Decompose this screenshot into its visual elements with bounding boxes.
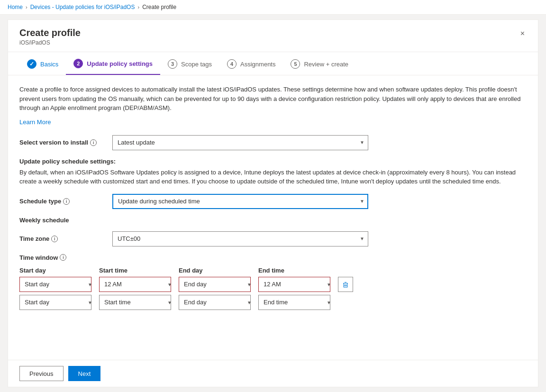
- panel-subtitle: iOS/iPadOS: [19, 39, 81, 46]
- time-window-label: Time window i: [19, 254, 527, 261]
- breadcrumb-devices[interactable]: Devices - Update policies for iOS/iPadOS: [30, 4, 135, 10]
- schedule-heading: Update policy schedule settings:: [19, 158, 527, 165]
- close-button[interactable]: ×: [519, 27, 527, 40]
- step-basics-number: ✓: [27, 59, 36, 69]
- learn-more-link[interactable]: Learn More: [19, 119, 51, 126]
- step-update-policy-number: 2: [73, 59, 83, 68]
- time-grid: Start day Start time End day End time St…: [19, 267, 527, 310]
- step-scope-tags-label: Scope tags: [181, 61, 212, 68]
- row1-start-day-select[interactable]: Start day SundayMondayTuesday WednesdayT…: [19, 277, 91, 292]
- panel-footer: Previous Next: [8, 360, 538, 387]
- row2-start-time-wrapper: Start time 12 AM1 AM2 AM ▼: [99, 295, 175, 310]
- svg-rect-1: [345, 282, 346, 283]
- wizard-steps: ✓ Basics 2 Update policy settings 3 Scop…: [8, 52, 538, 75]
- schedule-type-select[interactable]: Update at next check-in Update during sc…: [112, 194, 368, 209]
- schedule-type-select-wrapper: Update at next check-in Update during sc…: [112, 194, 368, 209]
- row1-start-time-wrapper: 12 AM 1 AM2 AM3 AM4 AM 5 AM6 AM7 AM8 AM …: [99, 277, 175, 292]
- col-header-start-time: Start time: [99, 267, 175, 274]
- delete-icon: [342, 281, 349, 288]
- version-form-row: Select version to install i Latest updat…: [19, 135, 527, 150]
- row2-end-day-select[interactable]: End day SundayMondayTuesday WednesdayThu…: [179, 295, 251, 310]
- col-header-action: [338, 267, 355, 274]
- timezone-label: Time zone i: [19, 235, 105, 242]
- timezone-form-row: Time zone i UTC±00 UTC-05:00 UTC-08:00 U…: [19, 231, 527, 246]
- col-header-end-day: End day: [179, 267, 255, 274]
- row2-end-time-wrapper: End time 12 AM1 AM2 AM ▼: [258, 295, 334, 310]
- timezone-select-wrapper: UTC±00 UTC-05:00 UTC-08:00 UTC+01:00 UTC…: [112, 231, 368, 246]
- svg-rect-0: [343, 283, 348, 283]
- breadcrumb-sep-2: ›: [137, 4, 139, 10]
- timezone-select[interactable]: UTC±00 UTC-05:00 UTC-08:00 UTC+01:00 UTC…: [112, 231, 368, 246]
- table-row: Start day SundayMondayTuesday WednesdayT…: [19, 277, 527, 292]
- step-review-create[interactable]: 5 Review + create: [283, 53, 356, 74]
- schedule-type-form-row: Schedule type i Update at next check-in …: [19, 194, 527, 209]
- panel-header: Create profile iOS/iPadOS ×: [8, 20, 538, 52]
- version-label: Select version to install i: [19, 139, 105, 146]
- schedule-type-info-icon[interactable]: i: [63, 198, 70, 205]
- schedule-desc: By default, when an iOS/iPadOS Software …: [19, 168, 527, 186]
- version-select-wrapper: Latest update iOS 17 iOS 16 iOS 15 ▼: [112, 135, 368, 150]
- step-assignments[interactable]: 4 Assignments: [219, 53, 283, 74]
- weekly-schedule-label: Weekly schedule: [19, 217, 527, 224]
- timezone-info-icon[interactable]: i: [51, 236, 58, 242]
- step-review-create-label: Review + create: [304, 61, 348, 68]
- row1-end-day-select[interactable]: End day SundayMondayTuesday WednesdayThu…: [179, 277, 251, 292]
- step-assignments-number: 4: [227, 59, 237, 69]
- row1-start-day-wrapper: Start day SundayMondayTuesday WednesdayT…: [19, 277, 95, 292]
- time-grid-header: Start day Start time End day End time: [19, 267, 527, 274]
- row2-start-day-select[interactable]: Start day SundayMondayTuesday WednesdayT…: [19, 295, 91, 310]
- panel-title-group: Create profile iOS/iPadOS: [19, 27, 81, 46]
- breadcrumb-sep-1: ›: [26, 4, 27, 10]
- row2-end-time-select[interactable]: End time 12 AM1 AM2 AM: [258, 295, 330, 310]
- row2-start-day-wrapper: Start day SundayMondayTuesday WednesdayT…: [19, 295, 95, 310]
- row1-end-day-wrapper: End day SundayMondayTuesday WednesdayThu…: [179, 277, 255, 292]
- col-header-end-time: End time: [258, 267, 334, 274]
- step-review-create-number: 5: [291, 59, 300, 69]
- col-header-start-day: Start day: [19, 267, 95, 274]
- next-button[interactable]: Next: [68, 366, 101, 381]
- schedule-type-label: Schedule type i: [19, 198, 105, 205]
- schedule-section: Weekly schedule Time zone i UTC±00 UTC-0…: [19, 217, 527, 310]
- step-update-policy[interactable]: 2 Update policy settings: [66, 52, 160, 75]
- previous-button[interactable]: Previous: [19, 366, 64, 381]
- step-update-policy-label: Update policy settings: [87, 60, 153, 67]
- row2-start-time-select[interactable]: Start time 12 AM1 AM2 AM: [99, 295, 171, 310]
- row2-end-day-wrapper: End day SundayMondayTuesday WednesdayThu…: [179, 295, 255, 310]
- row1-delete-button[interactable]: [338, 277, 353, 292]
- row1-end-time-select[interactable]: 12 AM 1 AM2 AM3 AM4 AM 5 AM6 AM7 AM8 AM …: [258, 277, 330, 292]
- panel-title: Create profile: [19, 27, 81, 38]
- main-panel: Create profile iOS/iPadOS × ✓ Basics 2 U…: [8, 19, 538, 387]
- row1-end-time-wrapper: 12 AM 1 AM2 AM3 AM4 AM 5 AM6 AM7 AM8 AM …: [258, 277, 334, 292]
- panel-content: Create a profile to force assigned devic…: [8, 75, 538, 360]
- step-scope-tags-number: 3: [168, 59, 177, 69]
- breadcrumb-current: Create profile: [142, 4, 176, 10]
- breadcrumb-home[interactable]: Home: [8, 4, 23, 10]
- version-info-icon[interactable]: i: [90, 139, 97, 146]
- time-window-info-icon[interactable]: i: [60, 254, 66, 261]
- row1-start-time-select[interactable]: 12 AM 1 AM2 AM3 AM4 AM 5 AM6 AM7 AM8 AM …: [99, 277, 171, 292]
- table-row: Start day SundayMondayTuesday WednesdayT…: [19, 295, 527, 310]
- breadcrumb: Home › Devices - Update policies for iOS…: [0, 0, 546, 15]
- step-scope-tags[interactable]: 3 Scope tags: [160, 53, 219, 74]
- step-basics-label: Basics: [40, 61, 58, 68]
- step-assignments-label: Assignments: [240, 61, 275, 68]
- description-text: Create a profile to force assigned devic…: [19, 85, 527, 113]
- version-select[interactable]: Latest update iOS 17 iOS 16 iOS 15: [112, 135, 368, 150]
- page-wrapper: Home › Devices - Update policies for iOS…: [0, 0, 546, 392]
- step-basics[interactable]: ✓ Basics: [19, 53, 66, 74]
